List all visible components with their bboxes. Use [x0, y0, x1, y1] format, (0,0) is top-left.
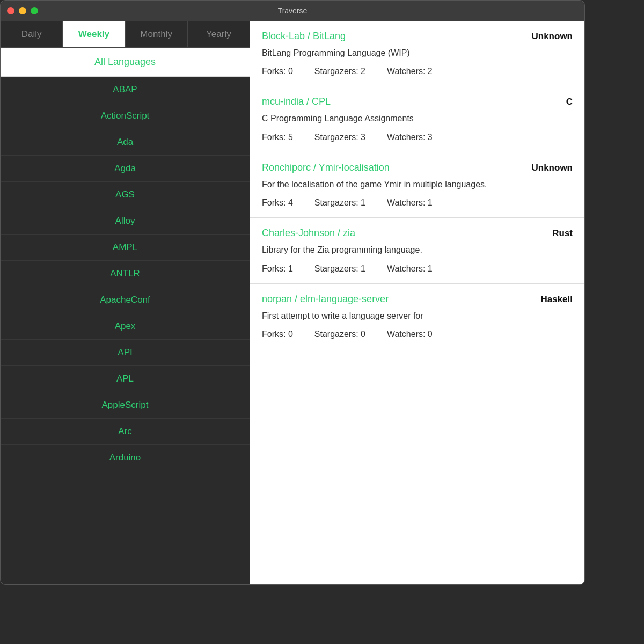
main-layout: Daily Weekly Monthly Yearly All Language… [1, 21, 584, 585]
language-list[interactable]: ABAPActionScriptAdaAgdaAGSAlloyAMPLANTLR… [1, 77, 250, 585]
stat-watchers: Watchers: 0 [387, 330, 433, 339]
repo-language: Unknown [532, 163, 573, 173]
tab-monthly[interactable]: Monthly [126, 21, 188, 47]
window-controls [7, 7, 38, 14]
repo-card: mcu-india / CPL C C Programming Language… [250, 86, 584, 152]
stat-forks: Forks: 0 [262, 67, 293, 76]
language-item[interactable]: API [1, 340, 250, 366]
language-item[interactable]: Alloy [1, 208, 250, 235]
sidebar: Daily Weekly Monthly Yearly All Language… [1, 21, 250, 585]
stat-watchers: Watchers: 1 [387, 198, 433, 208]
repo-language: Unknown [532, 31, 573, 42]
repo-description: BitLang Programming Language (WIP) [262, 47, 573, 59]
repo-language: Haskell [540, 294, 573, 305]
stat-watchers: Watchers: 2 [387, 67, 433, 76]
stat-forks: Forks: 1 [262, 264, 293, 274]
language-item[interactable]: AppleScript [1, 392, 250, 419]
stat-stargazers: Stargazers: 1 [314, 264, 365, 274]
language-item[interactable]: ActionScript [1, 103, 250, 129]
language-item[interactable]: Arduino [1, 445, 250, 471]
repo-description: Library for the Zia programming language… [262, 244, 573, 256]
close-button[interactable] [7, 7, 14, 14]
stat-stargazers: Stargazers: 3 [314, 133, 365, 142]
language-item[interactable]: ABAP [1, 77, 250, 103]
repo-description: For the localisation of the game Ymir in… [262, 179, 573, 191]
language-item[interactable]: ApacheConf [1, 287, 250, 313]
language-item[interactable]: APL [1, 366, 250, 392]
tab-yearly[interactable]: Yearly [188, 21, 250, 47]
repo-card: Charles-Johnson / zia Rust Library for t… [250, 218, 584, 283]
repo-language: C [566, 97, 573, 107]
repo-header: Ronchiporc / Ymir-localisation Unknown [262, 162, 573, 173]
minimize-button[interactable] [19, 7, 26, 14]
repo-card: Block-Lab / BitLang Unknown BitLang Prog… [250, 21, 584, 86]
repo-stats: Forks: 5 Stargazers: 3 Watchers: 3 [262, 133, 573, 142]
repo-name[interactable]: Ronchiporc / Ymir-localisation [262, 162, 390, 173]
language-item[interactable]: Arc [1, 419, 250, 445]
stat-forks: Forks: 5 [262, 133, 293, 142]
language-item[interactable]: Agda [1, 156, 250, 182]
tab-daily[interactable]: Daily [1, 21, 63, 47]
repo-header: Block-Lab / BitLang Unknown [262, 31, 573, 42]
repo-name[interactable]: Block-Lab / BitLang [262, 31, 346, 42]
maximize-button[interactable] [31, 7, 38, 14]
repo-stats: Forks: 1 Stargazers: 1 Watchers: 1 [262, 264, 573, 274]
stat-watchers: Watchers: 1 [387, 264, 433, 274]
repo-description: First attempt to write a language server… [262, 310, 573, 322]
repo-description: C Programming Language Assignments [262, 113, 573, 125]
language-item[interactable]: Ada [1, 129, 250, 156]
tab-bar: Daily Weekly Monthly Yearly [1, 21, 250, 48]
language-item[interactable]: AMPL [1, 235, 250, 261]
stat-stargazers: Stargazers: 2 [314, 67, 365, 76]
repo-name[interactable]: norpan / elm-language-server [262, 294, 389, 305]
repo-header: mcu-india / CPL C [262, 96, 573, 107]
all-languages-item[interactable]: All Languages [1, 48, 250, 77]
stat-stargazers: Stargazers: 1 [314, 198, 365, 208]
repo-stats: Forks: 4 Stargazers: 1 Watchers: 1 [262, 198, 573, 208]
tab-weekly[interactable]: Weekly [63, 21, 125, 47]
repo-name[interactable]: mcu-india / CPL [262, 96, 331, 107]
stat-stargazers: Stargazers: 0 [314, 330, 365, 339]
repo-card: norpan / elm-language-server Haskell Fir… [250, 284, 584, 349]
repo-stats: Forks: 0 Stargazers: 0 Watchers: 0 [262, 330, 573, 339]
app-title: Traverse [278, 6, 308, 15]
stat-watchers: Watchers: 3 [387, 133, 433, 142]
repo-card: Ronchiporc / Ymir-localisation Unknown F… [250, 152, 584, 218]
language-item[interactable]: Apex [1, 313, 250, 340]
repo-stats: Forks: 0 Stargazers: 2 Watchers: 2 [262, 67, 573, 76]
repo-header: norpan / elm-language-server Haskell [262, 294, 573, 305]
content-panel: Block-Lab / BitLang Unknown BitLang Prog… [250, 21, 584, 585]
titlebar: Traverse [1, 1, 584, 21]
stat-forks: Forks: 0 [262, 330, 293, 339]
language-item[interactable]: AGS [1, 182, 250, 208]
language-item[interactable]: ANTLR [1, 261, 250, 287]
stat-forks: Forks: 4 [262, 198, 293, 208]
repo-header: Charles-Johnson / zia Rust [262, 228, 573, 239]
repo-name[interactable]: Charles-Johnson / zia [262, 228, 355, 239]
repo-language: Rust [552, 228, 573, 239]
